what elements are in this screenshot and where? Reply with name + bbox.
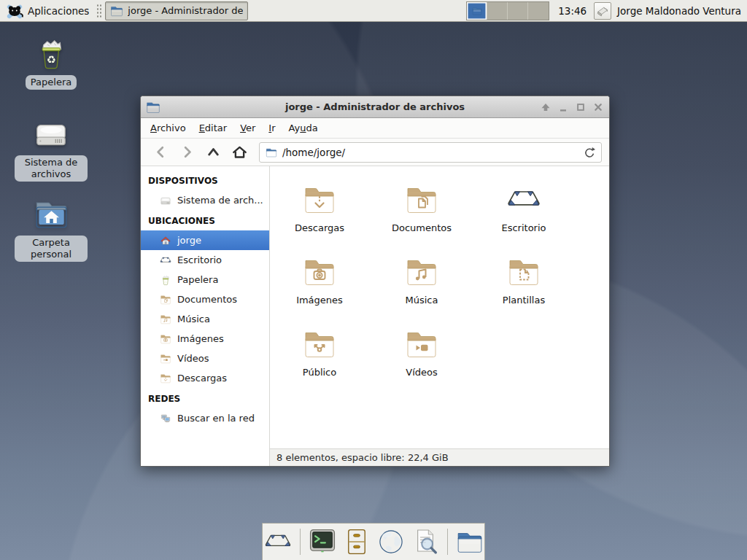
applications-menu-button[interactable]: Aplicaciones xyxy=(0,0,95,21)
folder-documents-icon xyxy=(404,182,439,217)
sidebar: DISPOSITIVOS Sistema de arch... UBICACIO… xyxy=(141,166,270,466)
home-button[interactable] xyxy=(227,142,252,163)
file-imagenes[interactable]: Imágenes xyxy=(271,254,368,306)
reload-icon[interactable] xyxy=(582,146,595,159)
taskbar-window-button[interactable]: jorge - Administrador de... xyxy=(105,1,248,20)
sidebar-item-videos[interactable]: Vídeos xyxy=(141,349,269,368)
file-manager-window: jorge - Administrador de archivos Archiv… xyxy=(140,96,610,467)
workspace-1[interactable] xyxy=(467,2,487,20)
web-browser-launcher[interactable] xyxy=(377,528,405,556)
menu-ver[interactable]: Ver xyxy=(233,122,262,133)
file-videos[interactable]: Vídeos xyxy=(374,327,470,378)
sidebar-item-escritorio[interactable]: Escritorio xyxy=(141,250,269,270)
menu-archivo[interactable]: Archivo xyxy=(144,122,193,133)
file-manager-icon xyxy=(110,4,123,18)
show-desktop-button[interactable] xyxy=(264,528,292,556)
chevron-right-icon xyxy=(178,143,196,161)
folder-music-icon xyxy=(160,314,171,325)
desktop-icon-sistema-de-archivos[interactable]: Sistema de archivos xyxy=(15,115,88,182)
workspace-2[interactable] xyxy=(487,2,508,20)
menubar: Archivo Editar Ver Ir Ayuda xyxy=(141,118,609,139)
window-controls xyxy=(540,101,604,113)
desktop-icon-label: Sistema de archivos xyxy=(15,155,88,182)
toolbar: /home/jorge/ xyxy=(141,139,609,166)
location-text[interactable]: /home/jorge/ xyxy=(282,147,577,158)
home-icon xyxy=(231,143,249,161)
file-documentos[interactable]: Documentos xyxy=(374,182,470,233)
dock-separator xyxy=(447,529,448,555)
file-musica[interactable]: Música xyxy=(374,254,470,306)
trash-full-icon xyxy=(33,35,69,71)
trash-icon xyxy=(160,274,171,286)
network-icon xyxy=(160,413,171,424)
sidebar-header-redes: REDES xyxy=(141,388,269,408)
file-plantillas[interactable]: Plantillas xyxy=(476,254,572,306)
folder-icon xyxy=(266,147,277,158)
file-list: Descargas Documentos Escritorio Imágenes xyxy=(270,166,609,448)
workspace-switcher xyxy=(466,1,549,20)
window-title: jorge - Administrador de archivos xyxy=(141,101,609,112)
menu-editar[interactable]: Editar xyxy=(193,122,234,133)
folder-templates-icon xyxy=(506,254,541,289)
sidebar-item-jorge[interactable]: jorge xyxy=(141,230,269,250)
user-actions-button[interactable] xyxy=(594,2,611,20)
close-button[interactable] xyxy=(592,101,604,113)
home-icon xyxy=(160,235,171,246)
folder-download-icon xyxy=(302,182,337,217)
file-cabinet-launcher[interactable] xyxy=(343,528,371,556)
back-button[interactable] xyxy=(148,142,173,163)
xfce-logo-icon xyxy=(6,2,23,20)
desktop-icon-carpeta-personal[interactable]: Carpeta personal xyxy=(15,195,88,262)
folder-documents-icon xyxy=(160,294,171,306)
home-folder-icon xyxy=(33,195,69,232)
up-button[interactable] xyxy=(201,142,225,163)
bottom-dock xyxy=(262,523,485,560)
main-pane: Descargas Documentos Escritorio Imágenes xyxy=(270,166,609,466)
terminal-launcher[interactable] xyxy=(309,528,336,556)
titlebar[interactable]: jorge - Administrador de archivos xyxy=(141,96,609,118)
dock-separator xyxy=(300,529,301,555)
drive-icon xyxy=(160,195,171,206)
folder-videos-icon xyxy=(404,327,439,362)
desktop-icon-papelera[interactable]: Papelera xyxy=(15,35,88,90)
folder-public-icon xyxy=(302,327,337,362)
sidebar-item-buscar-en-la-red[interactable]: Buscar en la red xyxy=(141,408,269,428)
sidebar-item-musica[interactable]: Música xyxy=(141,309,269,329)
desktop: Aplicaciones jorge - Administrador de...… xyxy=(0,0,747,560)
file-manager-launcher[interactable] xyxy=(456,528,484,556)
file-descargas[interactable]: Descargas xyxy=(271,182,368,233)
sidebar-item-descargas[interactable]: Descargas xyxy=(141,368,269,388)
clock[interactable]: 13:46 xyxy=(558,5,587,17)
location-bar[interactable]: /home/jorge/ xyxy=(259,142,602,163)
statusbar-text: 8 elementos, espacio libre: 22,4 GiB xyxy=(276,452,449,463)
shade-button[interactable] xyxy=(540,101,551,113)
workspace-4[interactable] xyxy=(528,2,549,20)
user-name: Jorge Maldonado Ventura xyxy=(617,5,741,17)
window-miniature-icon xyxy=(472,6,482,16)
statusbar: 8 elementos, espacio libre: 22,4 GiB xyxy=(270,448,609,466)
maximize-button[interactable] xyxy=(575,101,587,113)
folder-pictures-icon xyxy=(160,333,171,345)
forward-button[interactable] xyxy=(174,142,199,163)
menu-ir[interactable]: Ir xyxy=(262,122,282,133)
eraser-icon xyxy=(595,4,610,18)
drive-icon xyxy=(33,115,69,152)
taskbar-window-label: jorge - Administrador de... xyxy=(128,5,243,16)
sidebar-item-imagenes[interactable]: Imágenes xyxy=(141,329,269,349)
sidebar-item-papelera[interactable]: Papelera xyxy=(141,270,269,289)
desktop-icon-label: Papelera xyxy=(26,75,77,90)
desktop-icon xyxy=(160,254,171,266)
sidebar-header-ubicaciones: UBICACIONES xyxy=(141,210,269,230)
file-publico[interactable]: Público xyxy=(271,327,368,378)
sidebar-item-sistema-de-archivos[interactable]: Sistema de arch... xyxy=(141,190,269,210)
folder-videos-icon xyxy=(160,353,171,365)
sidebar-item-documentos[interactable]: Documentos xyxy=(141,289,269,309)
folder-music-icon xyxy=(404,254,439,289)
folder-download-icon xyxy=(160,373,171,384)
panel-handle[interactable] xyxy=(96,4,103,18)
search-launcher[interactable] xyxy=(411,528,439,556)
file-escritorio[interactable]: Escritorio xyxy=(476,182,572,233)
menu-ayuda[interactable]: Ayuda xyxy=(282,122,325,133)
workspace-3[interactable] xyxy=(508,2,528,20)
minimize-button[interactable] xyxy=(557,101,569,113)
